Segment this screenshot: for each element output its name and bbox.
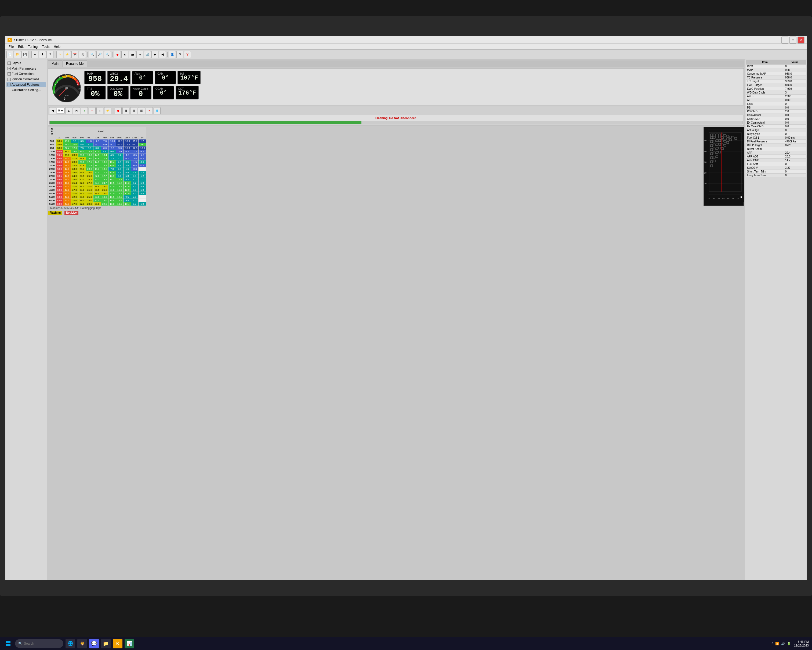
tb-arrow[interactable]: ↕ <box>96 107 103 114</box>
clock[interactable]: 3:46 PM 11/26/2023 <box>794 640 809 648</box>
sidebar-item-fuel[interactable]: + Fuel Corrections <box>6 71 46 76</box>
svg-text:30: 30 <box>704 161 707 163</box>
tb-warn[interactable]: ⚠ <box>56 51 63 58</box>
menu-file[interactable]: File <box>6 44 16 49</box>
taskbar-app-brave[interactable]: 🦁 <box>77 639 87 648</box>
app-window: K KTuner 1.0.12.6 - 22Psi.kcl ─ □ ✕ File… <box>5 36 807 580</box>
tray-wifi[interactable]: 📶 <box>775 642 779 645</box>
table-row: DI FP Target0kPa <box>746 144 806 147</box>
gauge-duty-value: 0% <box>110 90 126 98</box>
menu-edit[interactable]: Edit <box>16 44 26 49</box>
tb-circle6[interactable]: ◀ <box>159 51 166 58</box>
tb-L[interactable]: L <box>65 107 72 114</box>
table-select[interactable]: 0 <box>57 108 64 113</box>
table-row: Fuel Cyl 10.00 ms <box>746 136 806 140</box>
tb-table-left[interactable]: ◀ <box>49 107 56 114</box>
svg-text:600: 600 <box>732 198 734 199</box>
main-layout: + Layout + Main Parameters + Fuel Correc… <box>5 60 807 580</box>
taskbar-app-edge[interactable]: 🌐 <box>66 639 75 648</box>
menu-tools[interactable]: Tools <box>40 44 52 49</box>
tb-cal[interactable]: 📅 <box>72 51 78 58</box>
tb-zoom-in[interactable]: 🔍 <box>104 51 111 58</box>
table-row: Converted MAP958.0 <box>746 72 806 76</box>
sidebar-item-calibration[interactable]: Calibration Setting... <box>6 87 46 93</box>
tb-open[interactable]: 📂 <box>14 51 21 58</box>
taskbar: 🔍 🌐 🦁 💬 📁 K 📊 ^ 📶 🔊 🔋 3:46 PM 11/26/2023 <box>0 637 812 650</box>
table-row: 500063.047.037.034.031.028.526.021.016.9… <box>48 192 146 195</box>
tb-table-b2[interactable]: ▦ <box>122 107 130 114</box>
tb-table-b3[interactable]: ▤ <box>130 107 137 114</box>
col-592: 592 <box>78 136 86 139</box>
tb-rec-dot[interactable]: ⏺ <box>114 107 122 114</box>
expand-icon-fuel: + <box>8 72 11 75</box>
sidebar-item-main-params[interactable]: + Main Parameters <box>6 66 46 71</box>
table-row: 250058.044.534.029.525.022.017.713.99.65… <box>48 171 146 174</box>
table-row: AFR ADJ20.0 <box>746 155 806 159</box>
tb-record[interactable]: ⏺ <box>114 51 121 58</box>
expand-icon-ignition: + <box>8 78 11 81</box>
tb-save[interactable]: 💾 <box>21 51 29 58</box>
table-row: 175066.044.028.023.017.514.913.510.44.50… <box>48 161 146 164</box>
tb-upload[interactable]: ⬆ <box>46 51 53 58</box>
taskbar-app-ktuner[interactable]: K <box>113 639 122 648</box>
table-row: TC Pressure958.0 <box>746 76 806 80</box>
tb-H[interactable]: H <box>73 107 80 114</box>
taskbar-app-explorer[interactable]: 📁 <box>101 639 111 648</box>
tb-circle1[interactable]: ⏯ <box>121 51 128 58</box>
tb-flash[interactable]: ⚡ <box>64 51 71 58</box>
search-input[interactable] <box>24 642 60 645</box>
load-header: Load <box>56 127 146 136</box>
sidebar-item-advanced[interactable]: - Advanced Features <box>6 82 46 87</box>
status-row: Flashing Not Live <box>48 211 744 215</box>
svg-text:50: 50 <box>704 140 707 142</box>
tb-zoom[interactable]: 🔎 <box>96 51 103 58</box>
tb-minus[interactable]: − <box>89 107 96 114</box>
svg-text:6: 6 <box>72 75 73 77</box>
tb-circle2[interactable]: ⏮ <box>129 51 136 58</box>
tb-gear[interactable]: ⚙ <box>176 51 183 58</box>
taskbar-app-discord[interactable]: 💬 <box>89 639 99 648</box>
tb-download[interactable]: ⬇ <box>39 51 46 58</box>
tb-circle3[interactable]: ⏭ <box>136 51 143 58</box>
start-button[interactable] <box>3 639 13 648</box>
menu-help[interactable]: Help <box>52 44 63 49</box>
tb-circle5[interactable]: ▶ <box>151 51 159 58</box>
tb-sep4 <box>112 52 113 57</box>
minimize-button[interactable]: ─ <box>781 37 788 44</box>
tray-volume[interactable]: 🔊 <box>781 642 785 645</box>
gauge-wbo2-value: 29.4 <box>110 75 128 83</box>
sidebar-item-layout[interactable]: + Layout <box>6 60 46 66</box>
svg-text:8: 8 <box>77 81 78 83</box>
taskbar-app-excel[interactable]: 📊 <box>125 639 134 648</box>
tb-person[interactable]: 👤 <box>169 51 176 58</box>
expand-icon-main: + <box>8 67 11 70</box>
fuel-table-body: 50033.518.28.03.5-1.0-4.0-7.0-10.0-12.1-… <box>48 139 146 206</box>
table-row: PS CMD2.0 <box>746 110 806 113</box>
maximize-button[interactable]: □ <box>789 37 797 44</box>
status-not-live: Not Live <box>64 211 78 215</box>
search-box[interactable]: 🔍 <box>15 639 63 648</box>
tb-undo[interactable]: ↩ <box>31 51 38 58</box>
menu-tuning[interactable]: Tuning <box>26 44 40 49</box>
sidebar-item-ignition[interactable]: + Ignition Corrections <box>6 76 46 82</box>
tb-table-b5[interactable]: 🔻 <box>146 107 153 114</box>
tab-main[interactable]: Main <box>48 60 62 67</box>
tb-help[interactable]: ❓ <box>184 51 191 58</box>
tray-arrow[interactable]: ^ <box>772 642 773 645</box>
tb-table-b6[interactable]: 💧 <box>154 107 160 114</box>
tb-new[interactable]: 📄 <box>6 51 14 58</box>
tb-circle4[interactable]: 🔄 <box>144 51 151 58</box>
tb-bluetooth[interactable]: ⚡ <box>104 107 111 114</box>
gauge-wbo2: WBO2 29.4 <box>107 71 130 84</box>
tb-table-b4[interactable]: ▥ <box>138 107 145 114</box>
close-button[interactable]: ✕ <box>798 37 804 44</box>
tab-rename[interactable]: Rename Me <box>63 60 87 67</box>
svg-rect-86 <box>8 641 11 643</box>
gauge-knock: Knock Count 0 <box>130 86 151 99</box>
tb-plus[interactable]: + <box>81 107 88 114</box>
table-row: g/stk0 <box>746 102 806 106</box>
table-row: Fuel Stat0 <box>746 162 806 166</box>
tb-print[interactable]: 🖨 <box>79 51 86 58</box>
tb-zoom-out[interactable]: 🔍 <box>89 51 96 58</box>
gauge-knock-value: 0 <box>133 90 149 98</box>
